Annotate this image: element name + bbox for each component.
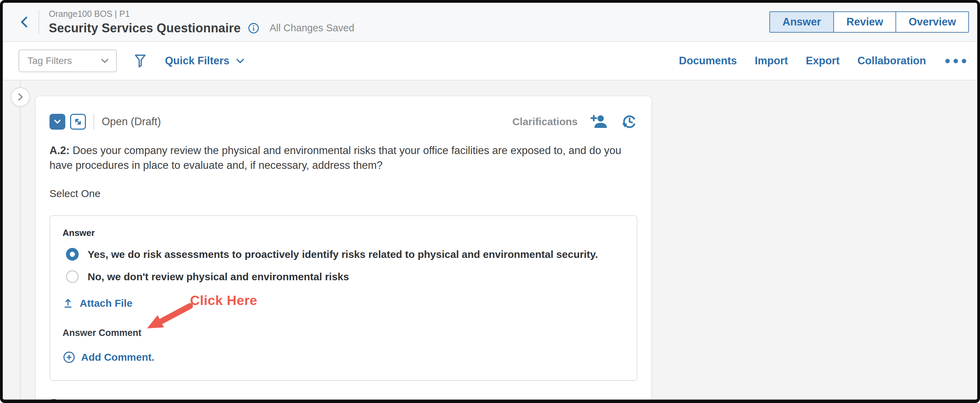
chevron-right-icon xyxy=(15,91,26,102)
answer-option-yes[interactable]: Yes, we do risk assessments to proactive… xyxy=(66,248,624,261)
add-person-icon xyxy=(590,113,608,130)
app-window: Orange100 BOS | P1 Security Services Que… xyxy=(0,0,980,403)
selection-hint: Select One xyxy=(49,188,637,199)
status-badge: Open (Draft) xyxy=(102,116,161,128)
diagonal-resize-icon xyxy=(73,116,83,127)
import-link[interactable]: Import xyxy=(755,55,788,67)
tags-label: Tags: xyxy=(65,398,92,400)
chevron-down-icon xyxy=(52,116,63,127)
expand-panel-button[interactable] xyxy=(11,88,30,107)
ellipsis-icon[interactable] xyxy=(945,59,966,63)
quick-filters-button[interactable]: Quick Filters xyxy=(165,55,246,67)
page-header: Orange100 BOS | P1 Security Services Que… xyxy=(3,3,977,41)
history-clock-icon xyxy=(621,113,637,130)
clarifications-label: Clarifications xyxy=(512,116,578,127)
chevron-left-icon xyxy=(18,14,32,30)
chevron-down-icon xyxy=(99,55,111,67)
export-link[interactable]: Export xyxy=(806,55,840,67)
tab-answer[interactable]: Answer xyxy=(769,11,834,33)
question-card: Open (Draft) Clarifications xyxy=(35,96,652,400)
assign-user-button[interactable] xyxy=(590,113,608,130)
question-text: A.2: Does your company review the physic… xyxy=(49,143,635,173)
page-title: Security Services Questionnaire xyxy=(49,21,240,35)
question-id: A.2: xyxy=(49,145,70,156)
tag-icon xyxy=(49,398,63,400)
answer-panel: Answer Yes, we do risk assessments to pr… xyxy=(49,215,637,381)
back-button[interactable] xyxy=(16,13,33,32)
radio-selected-icon[interactable] xyxy=(66,248,79,261)
radio-unselected-icon[interactable] xyxy=(66,270,79,283)
content-area: Open (Draft) Clarifications xyxy=(3,80,977,400)
answer-label: Answer xyxy=(62,228,624,238)
card-header-divider xyxy=(94,114,94,130)
upload-icon xyxy=(62,298,73,309)
add-comment-button[interactable]: Add Comment. xyxy=(62,351,154,364)
plus-circle-icon xyxy=(62,351,76,364)
attach-file-button[interactable]: Attach File xyxy=(62,298,132,309)
expand-question-button[interactable] xyxy=(70,114,86,130)
filter-toolbar: Tag Filters Quick Filters Documents Impo… xyxy=(3,42,977,80)
history-button[interactable] xyxy=(621,113,637,130)
title-block: Orange100 BOS | P1 Security Services Que… xyxy=(49,9,354,35)
collaboration-link[interactable]: Collaboration xyxy=(858,55,926,67)
quick-filters-label: Quick Filters xyxy=(165,55,229,67)
funnel-icon xyxy=(133,53,148,69)
collapse-question-button[interactable] xyxy=(49,114,65,130)
tab-overview[interactable]: Overview xyxy=(896,11,969,33)
toolbar-links: Documents Import Export Collaboration xyxy=(679,55,966,67)
filter-funnel-button[interactable] xyxy=(133,53,148,69)
tags-row: Tags: Add/Select Tag xyxy=(49,398,637,400)
info-icon[interactable] xyxy=(247,22,260,34)
save-status: All Changes Saved xyxy=(269,22,354,34)
documents-link[interactable]: Documents xyxy=(679,55,737,67)
question-card-header: Open (Draft) Clarifications xyxy=(49,113,637,130)
header-divider xyxy=(38,10,39,34)
side-rail-divider xyxy=(20,80,21,400)
tab-review[interactable]: Review xyxy=(833,11,896,33)
answer-comment-label: Answer Comment xyxy=(62,328,624,338)
breadcrumb: Orange100 BOS | P1 xyxy=(49,9,354,19)
view-mode-tabs: Answer Review Overview xyxy=(769,11,969,33)
chevron-down-icon xyxy=(234,55,246,67)
tag-filters-select[interactable]: Tag Filters xyxy=(19,49,117,72)
add-select-tag-button[interactable]: Add/Select Tag xyxy=(105,398,174,400)
answer-option-no[interactable]: No, we don't review physical and environ… xyxy=(66,270,624,283)
tag-filters-placeholder: Tag Filters xyxy=(27,55,99,66)
